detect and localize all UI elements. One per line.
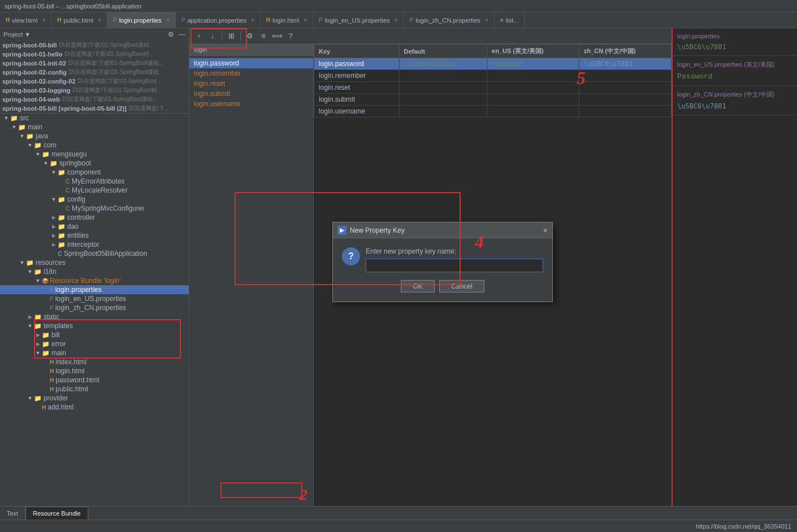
dialog-app-icon: ▶ xyxy=(337,225,346,234)
tree-main[interactable]: ▼ 📁 main xyxy=(0,123,189,132)
toolbar-separator2 xyxy=(240,32,241,41)
table-row[interactable]: login.submit xyxy=(314,94,672,106)
tree-add-html[interactable]: H add.html xyxy=(0,403,189,412)
file-tree: ▼ 📁 src ▼ 📁 main ▼ 📁 java xyxy=(0,114,189,506)
tree-index-html[interactable]: H index.html xyxy=(0,357,189,367)
tab-close-login-en[interactable]: × xyxy=(395,17,398,23)
tree-password-html[interactable]: H password.html xyxy=(0,376,189,385)
tree-MyErrorAttributes[interactable]: C MyErrorAttributes xyxy=(0,177,189,186)
project-spring-boot-04-web[interactable]: spring-boot-04-web D\百度网盘\下载\01-SpringBo… xyxy=(0,95,189,104)
login-prop-username[interactable]: login.username xyxy=(189,99,313,109)
tab-close-public-html[interactable]: × xyxy=(98,17,101,23)
bottom-tab-text[interactable]: Text xyxy=(0,507,25,520)
dialog-content: ? Enter new property key name: xyxy=(342,247,543,272)
tree-resource-bundle-login[interactable]: ▼ 📦 Resource Bundle 'login' xyxy=(0,276,189,285)
close-left-icon[interactable]: — xyxy=(179,30,185,38)
tree-error-folder[interactable]: ▶ 📁 error xyxy=(0,339,189,348)
table-row[interactable]: login.remember xyxy=(314,70,672,82)
tree-src[interactable]: ▼ 📁 src xyxy=(0,114,189,123)
login-prop-reset[interactable]: login.reset xyxy=(189,79,313,89)
tree-java[interactable]: ▼ 📁 java xyxy=(0,132,189,141)
align-button[interactable]: ≡ xyxy=(257,30,270,42)
tab-login-properties[interactable]: P login.properties × xyxy=(107,12,176,28)
project-dropdown[interactable]: Project ▼ xyxy=(3,31,31,38)
project-spring-boot-05-bill[interactable]: spring-boot-05-bill [spring-boot-05-bill… xyxy=(0,104,189,113)
tab-login-zh-cn[interactable]: P login_zh_CN.properties × xyxy=(404,12,494,28)
tree-static[interactable]: ▶ 📁 static xyxy=(0,312,189,321)
table-view-button[interactable]: ⊞ xyxy=(225,30,237,42)
new-property-key-input[interactable] xyxy=(366,259,543,272)
tree-templates[interactable]: ▼ 📁 templates xyxy=(0,321,189,330)
tab-login-html[interactable]: H login.html × xyxy=(261,12,313,28)
dialog-cancel-button[interactable]: Cancel xyxy=(439,280,484,293)
login-prop-remember[interactable]: login.remember xyxy=(189,68,313,79)
tree-public-html[interactable]: H public.html xyxy=(0,385,189,394)
col-en-us: en_US (英文/美国) xyxy=(487,45,579,58)
tree-dao[interactable]: ▶ 📁 dao xyxy=(0,222,189,231)
tab-public-html[interactable]: H public.html × xyxy=(51,12,107,28)
tab-view-html[interactable]: H view.html × xyxy=(0,12,51,28)
project-spring-boot-02-config-02[interactable]: spring-boot-02-config-02 D\百度网盘\下载\01-Sp… xyxy=(0,77,189,86)
tree-provider-folder[interactable]: ▼ 📁 provider xyxy=(0,394,189,403)
bottom-tab-resource-bundle[interactable]: Resource Bundle xyxy=(25,507,88,520)
toolbar-separator xyxy=(222,32,222,41)
dialog-label: Enter new property key name: xyxy=(366,247,543,255)
tab-list[interactable]: ≡ list... xyxy=(495,12,525,28)
status-url: https://blog.csdn.net/qq_36354011 xyxy=(696,523,791,530)
tab-close-view-html[interactable]: × xyxy=(42,17,45,23)
move-down-button[interactable]: ↓ xyxy=(206,30,219,42)
table-row[interactable]: login.reset xyxy=(314,82,672,94)
tree-i18n[interactable]: ▼ 📁 i18n xyxy=(0,267,189,276)
tree-component[interactable]: ▼ 📁 component xyxy=(0,168,189,177)
align-all-button[interactable]: ⟺ xyxy=(271,30,283,42)
table-row[interactable]: login.password \u5BC6\u7801 Password \u5… xyxy=(314,58,672,70)
project-spring-boot-01-hello[interactable]: spring-boot-01-hello D\百度网盘\下载\01-Spring… xyxy=(0,50,189,59)
tree-config[interactable]: ▼ 📁 config xyxy=(0,195,189,204)
right-section-login-properties: login.properties \u5BC6\u7801 xyxy=(673,28,797,56)
col-key: Key xyxy=(314,45,400,58)
login-prop-password[interactable]: login.password xyxy=(189,58,313,68)
recent-projects: spring-boot-00-bill D\百度网盘\下载\01-SpringB… xyxy=(0,41,189,114)
tree-resources[interactable]: ▼ 📁 resources xyxy=(0,258,189,267)
dialog-close-button[interactable]: × xyxy=(543,225,548,234)
tab-application-properties[interactable]: P application.properties × xyxy=(176,12,261,28)
project-spring-boot-03-logging[interactable]: spring-boot-03-logging D\百度网盘\下载\01-Spri… xyxy=(0,86,189,95)
gear-icon[interactable]: ⚙ xyxy=(168,30,174,38)
tree-controller[interactable]: ▶ 📁 controller xyxy=(0,213,189,222)
tab-close-login-html[interactable]: × xyxy=(304,17,307,23)
tree-MySpringMvcConfigurer[interactable]: C MySpringMvcConfigurer xyxy=(0,204,189,213)
tab-bar: H view.html × H public.html × P login.pr… xyxy=(0,12,797,28)
help-button[interactable]: ? xyxy=(284,30,297,42)
left-panel: Project ▼ ⚙ — spring-boot-00-bill D\百度网盘… xyxy=(0,28,189,506)
dialog-ok-button[interactable]: OK xyxy=(401,280,435,293)
add-property-button[interactable]: + xyxy=(193,30,205,42)
tree-main-folder[interactable]: ▼ 📁 main xyxy=(0,348,189,357)
tab-close-app-props[interactable]: × xyxy=(251,17,254,23)
tree-login-en-us-properties[interactable]: P login_en_US.properties xyxy=(0,294,189,303)
tree-bill-folder[interactable]: ▶ 📁 bill xyxy=(0,330,189,339)
tree-com[interactable]: ▼ 📁 com xyxy=(0,141,189,150)
tree-entities[interactable]: ▶ 📁 entities xyxy=(0,231,189,240)
tree-login-zh-cn-properties[interactable]: P login_zh_CN.properties xyxy=(0,303,189,312)
dialog-title-bar: ▶ New Property Key × xyxy=(333,223,552,238)
login-prop-submit[interactable]: login.submit xyxy=(189,89,313,99)
tree-MyLocaleResolver[interactable]: C MyLocaleResolver xyxy=(0,186,189,195)
tree-login-properties[interactable]: P login.properties xyxy=(0,285,189,294)
project-spring-boot-00-bill[interactable]: spring-boot-00-bill D\百度网盘\下载\01-SpringB… xyxy=(0,41,189,50)
table-row[interactable]: login.username xyxy=(314,106,672,117)
tab-close-login-props[interactable]: × xyxy=(166,17,170,23)
tab-close-login-zh[interactable]: × xyxy=(485,17,488,23)
status-bar: https://blog.csdn.net/qq_36354011 xyxy=(0,520,797,532)
project-spring-boot-02-config[interactable]: spring-boot-02-config D\百度网盘\下载\01-Sprin… xyxy=(0,68,189,77)
dialog-question-icon: ? xyxy=(342,247,360,265)
col-default: Default xyxy=(399,45,487,58)
tree-login-html[interactable]: H login.html xyxy=(0,367,189,376)
settings-button[interactable]: ⚙ xyxy=(244,30,256,42)
tree-mengxuegu[interactable]: ▼ 📁 mengxuegu xyxy=(0,150,189,159)
tree-SpringBoot05BillApplication[interactable]: C SpringBoot05BillApplication xyxy=(0,249,189,258)
project-spring-boot-01-init-02[interactable]: spring-boot-01-init-02 D\百度网盘\下载\01-Spri… xyxy=(0,59,189,68)
login-props-list: login.password login.remember login.rese… xyxy=(189,56,313,111)
tree-springboot[interactable]: ▼ 📁 springboot xyxy=(0,159,189,168)
tree-interceptor[interactable]: ▶ 📁 interceptor xyxy=(0,240,189,249)
tab-login-en-us[interactable]: P login_en_US.properties × xyxy=(313,12,404,28)
